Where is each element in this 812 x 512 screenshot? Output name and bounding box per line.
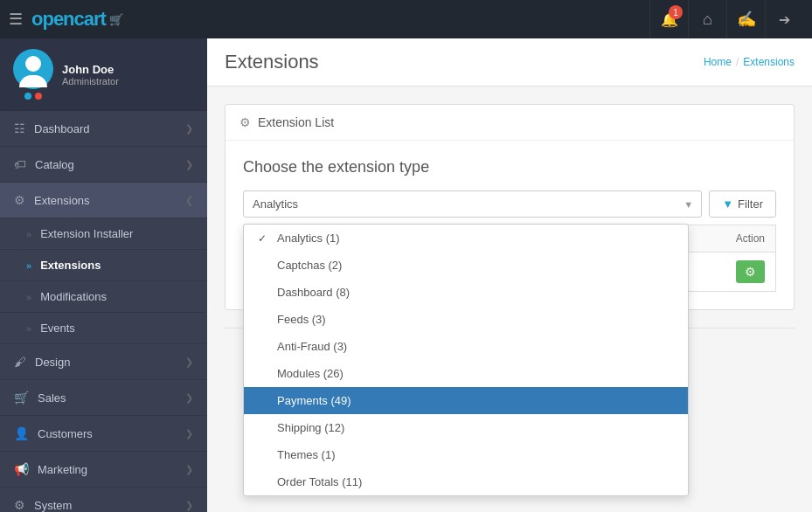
sidebar-sub-label: Extensions [40, 259, 101, 272]
sidebar-item-dashboard[interactable]: ☷ Dashboard ❯ [0, 111, 207, 147]
top-navigation: ☰ opencart 🛒 🔔 1 ⌂ ✍ ➔ [0, 0, 812, 38]
avatar [13, 49, 53, 89]
filter-button[interactable]: ▼ Filter [709, 190, 776, 218]
main-content: Extensions Home / Extensions ⚙ Extension… [207, 38, 812, 512]
dropdown-item-label: Order Totals (11) [277, 475, 362, 488]
dropdown-item-label: Dashboard (8) [277, 286, 350, 299]
chevron-right-icon: ❯ [185, 500, 193, 511]
logo-cart-icon: 🛒 [109, 13, 123, 26]
sidebar-item-label: Customers [38, 427, 93, 440]
dropdown-item-payments[interactable]: Payments (49) [244, 387, 688, 414]
sidebar-item-extensions[interactable]: ⚙ Extensions ❮ [0, 183, 207, 218]
home-button[interactable]: ⌂ [688, 0, 726, 38]
logo-text: opencart [31, 8, 106, 31]
extension-type-dropdown: ✓ Analytics (1) Captchas (2) Dashboard (… [243, 224, 689, 496]
customers-icon: 👤 [14, 426, 29, 440]
filter-icon: ▼ [722, 197, 733, 211]
sidebar-item-label: Sales [38, 391, 66, 405]
filter-label: Filter [738, 197, 763, 211]
sidebar-item-extensions-sub[interactable]: » Extensions [0, 250, 207, 281]
dropdown-item-analytics[interactable]: ✓ Analytics (1) [244, 225, 688, 252]
sub-arrow-icon: » [26, 229, 31, 239]
dropdown-item-feeds[interactable]: Feeds (3) [244, 306, 688, 333]
sidebar-item-label: Design [35, 356, 70, 369]
user-panel: John Doe Administrator [0, 38, 207, 111]
dropdown-item-shipping[interactable]: Shipping (12) [244, 414, 688, 441]
help-icon: ✍ [737, 10, 756, 29]
sidebar-item-marketing[interactable]: 📢 Marketing ❯ [0, 452, 207, 488]
dropdown-item-label: Anti-Fraud (3) [277, 340, 347, 353]
chevron-right-icon: ❯ [185, 159, 193, 170]
dropdown-item-label: Payments (49) [277, 394, 351, 407]
dropdown-item-themes[interactable]: Themes (1) [244, 441, 688, 468]
dropdown-item-label: Feeds (3) [277, 313, 326, 326]
sub-arrow-icon: » [26, 323, 31, 334]
puzzle-icon: ⚙ [239, 115, 251, 129]
content-area: ⚙ Extension List Choose the extension ty… [207, 86, 812, 512]
extension-type-select-wrapper: Analytics ▼ [243, 190, 702, 218]
sidebar-sub-label: Extension Installer [40, 227, 133, 240]
sidebar-item-extension-installer[interactable]: » Extension Installer [0, 218, 207, 250]
help-button[interactable]: ✍ [726, 0, 765, 38]
nav-section: ☷ Dashboard ❯ 🏷 Catalog ❯ ⚙ Extensions ❮ [0, 111, 207, 512]
layout: John Doe Administrator ☷ Dashboard ❯ 🏷 C… [0, 38, 812, 512]
user-dots [24, 93, 42, 100]
card-header: ⚙ Extension List [226, 105, 794, 141]
sidebar-item-customers[interactable]: 👤 Customers ❯ [0, 416, 207, 452]
sidebar: John Doe Administrator ☷ Dashboard ❯ 🏷 C… [0, 38, 207, 512]
sidebar-item-system[interactable]: ⚙ System ❯ [0, 488, 207, 512]
sidebar-item-sales[interactable]: 🛒 Sales ❯ [0, 380, 207, 416]
dropdown-item-captchas[interactable]: Captchas (2) [244, 252, 688, 279]
chevron-right-icon: ❯ [185, 392, 193, 404]
edit-extension-button[interactable]: ⚙ [736, 260, 765, 283]
top-nav-right: 🔔 1 ⌂ ✍ ➔ [649, 0, 803, 38]
user-name: John Doe [62, 63, 119, 76]
logout-icon: ➔ [779, 11, 790, 28]
breadcrumb-home[interactable]: Home [704, 56, 732, 68]
dashboard-icon: ☷ [14, 121, 25, 135]
dropdown-item-label: Themes (1) [277, 448, 335, 461]
card-title: Extension List [258, 115, 334, 129]
chevron-right-icon: ❯ [185, 356, 193, 368]
sidebar-item-label: System [34, 499, 72, 512]
choose-extension-title: Choose the extension type [243, 158, 776, 176]
home-icon: ⌂ [703, 10, 712, 29]
breadcrumb-current[interactable]: Extensions [743, 56, 795, 68]
sidebar-item-label: Extensions [34, 194, 90, 207]
system-icon: ⚙ [14, 498, 25, 512]
sales-icon: 🛒 [14, 391, 29, 405]
user-info: John Doe Administrator [62, 63, 119, 86]
chevron-down-icon: ❮ [185, 195, 193, 206]
marketing-icon: 📢 [14, 462, 29, 476]
extension-list-card: ⚙ Extension List Choose the extension ty… [225, 104, 795, 310]
logout-button[interactable]: ➔ [765, 0, 803, 38]
user-role: Administrator [62, 76, 119, 86]
extension-type-select[interactable]: Analytics [243, 190, 702, 218]
checkmark-icon: ✓ [258, 232, 270, 245]
notifications-button[interactable]: 🔔 1 [649, 0, 688, 38]
chevron-right-icon: ❯ [185, 428, 193, 439]
catalog-icon: 🏷 [14, 157, 26, 171]
sidebar-item-catalog[interactable]: 🏷 Catalog ❯ [0, 147, 207, 183]
logo: opencart 🛒 [31, 8, 123, 31]
sidebar-sub-label: Events [40, 322, 75, 335]
dropdown-item-modules[interactable]: Modules (26) [244, 360, 688, 387]
notification-badge: 1 [669, 5, 683, 19]
dropdown-item-dashboard[interactable]: Dashboard (8) [244, 279, 688, 306]
breadcrumb-separator: / [736, 56, 739, 68]
dropdown-item-label: Captchas (2) [277, 259, 342, 272]
design-icon: 🖌 [14, 355, 26, 369]
sidebar-item-design[interactable]: 🖌 Design ❯ [0, 344, 207, 380]
toolbar-row: Analytics ▼ ▼ Filter [243, 190, 776, 218]
sidebar-item-label: Catalog [35, 158, 74, 171]
dropdown-item-antifraud[interactable]: Anti-Fraud (3) [244, 333, 688, 360]
sidebar-item-label: Dashboard [34, 122, 90, 135]
sub-arrow-icon: » [26, 292, 31, 302]
sidebar-item-events[interactable]: » Events [0, 313, 207, 344]
sidebar-item-label: Marketing [38, 463, 87, 476]
hamburger-menu-icon[interactable]: ☰ [9, 10, 23, 29]
dropdown-item-label: Modules (26) [277, 367, 344, 380]
dropdown-item-order-totals[interactable]: Order Totals (11) [244, 468, 688, 495]
page-header: Extensions Home / Extensions [207, 38, 812, 86]
sidebar-item-modifications[interactable]: » Modifications [0, 281, 207, 313]
